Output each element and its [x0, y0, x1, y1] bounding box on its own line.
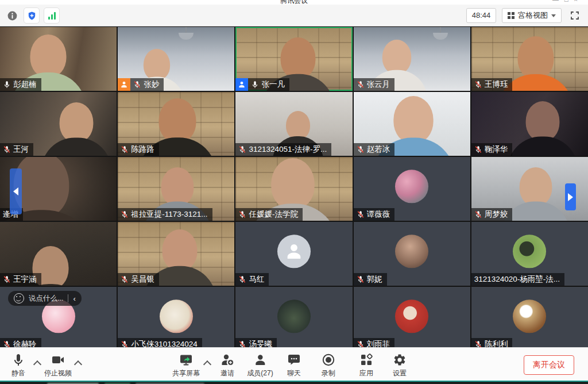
tile-tanweiwei[interactable]: 谭薇薇: [354, 157, 470, 221]
meeting-toolbar: 静音 停止视频 共享屏幕 邀请 成员(27) 聊天 录制: [0, 347, 588, 381]
security-button[interactable]: [24, 7, 40, 24]
record-button[interactable]: 录制: [322, 353, 335, 378]
tile-yangyukun[interactable]: 3121324020-杨雨堃-法...: [471, 222, 588, 286]
mic-muted-icon: [3, 145, 11, 153]
tile-3121324051[interactable]: 3121324051-法律-罗...: [235, 92, 352, 156]
share-screen-button[interactable]: 共享屏幕: [172, 353, 200, 378]
quick-chat-bar: 说点什么... ‹: [8, 291, 82, 306]
apps-button[interactable]: 应用: [359, 353, 373, 378]
window-titlebar: 腾讯会议 —□×: [0, 0, 588, 5]
invite-button[interactable]: 邀请: [220, 353, 234, 378]
top-control-bar: 48:44 宫格视图: [0, 5, 588, 26]
tile-pengchaonan[interactable]: 彭超楠: [0, 27, 117, 91]
arrow-left-icon: [13, 187, 18, 195]
mic-muted-icon: [357, 145, 365, 153]
participant-name: 3121324020-杨雨堃-法...: [474, 274, 560, 285]
fullscreen-button[interactable]: [567, 8, 582, 23]
participant-name: 王宇涵: [13, 274, 37, 285]
chat-icon: [287, 353, 301, 367]
mic-muted-icon: [121, 275, 129, 283]
tile-tangminxi[interactable]: 汤旻曦: [235, 287, 352, 351]
window-controls[interactable]: —□×: [552, 0, 583, 3]
tile-wuchangyin[interactable]: 吴昌银: [118, 222, 234, 286]
avatar: [160, 299, 193, 333]
share-options-caret[interactable]: [203, 360, 211, 368]
participant-video: [514, 101, 571, 156]
participant-name: 3121324051-法律-罗...: [249, 144, 327, 155]
camera-icon: [51, 353, 65, 367]
video-stage: 彭超楠 张妙 张一凡: [0, 26, 588, 384]
mic-on-icon: [3, 80, 11, 89]
participant-name: 鞠泽华: [485, 144, 508, 155]
chat-button[interactable]: 聊天: [287, 353, 301, 378]
tile-juzehua[interactable]: 鞠泽华: [471, 92, 588, 156]
tile-zhangyunyue[interactable]: 张云月: [354, 27, 470, 91]
tile-guoni[interactable]: 郭妮: [354, 222, 470, 286]
record-icon: [322, 353, 335, 367]
arrow-right-icon: [568, 193, 573, 201]
stop-video-button[interactable]: 停止视频: [44, 353, 72, 378]
mic-muted-icon: [238, 210, 246, 218]
grid-view-icon: [508, 12, 514, 19]
participant-name: 郭妮: [367, 274, 382, 285]
participant-name: 赵若冰: [367, 144, 390, 155]
info-icon: [7, 10, 18, 21]
mic-muted-icon: [474, 80, 482, 89]
tile-renyuanyuan[interactable]: 任媛媛-法学院: [235, 157, 352, 221]
tile-zhangmiao[interactable]: 张妙: [118, 27, 234, 91]
view-mode-label: 宫格视图: [518, 10, 548, 21]
participant-name: 任媛媛-法学院: [249, 209, 298, 220]
host-badge-icon: [118, 78, 130, 91]
mute-options-caret[interactable]: [33, 360, 41, 368]
ceiling-lamp: [433, 33, 448, 40]
avatar: [395, 170, 428, 203]
mic-muted-icon: [357, 210, 365, 218]
tile-zulayati[interactable]: 祖拉亚提-1173-3121...: [118, 157, 234, 221]
video-options-caret[interactable]: [74, 360, 82, 368]
apps-label: 应用: [359, 368, 373, 378]
mic-muted-icon: [357, 80, 365, 89]
tile-chenlili[interactable]: 陈利利: [471, 287, 588, 351]
microphone-icon: [11, 353, 25, 367]
collapse-chatbar-button[interactable]: ‹: [73, 294, 75, 303]
tile-wangbojue[interactable]: 王博珏: [471, 27, 588, 91]
tile-zhaoruobing[interactable]: 赵若冰: [354, 92, 470, 156]
gear-icon: [393, 353, 407, 367]
emoji-icon[interactable]: [14, 293, 24, 304]
participant-name: 祖拉亚提-1173-3121...: [131, 209, 207, 220]
tile-wangyuhan[interactable]: 王宇涵: [0, 222, 117, 286]
chat-label: 聊天: [287, 368, 301, 378]
previous-page-button[interactable]: [10, 168, 22, 214]
meeting-timer: 48:44: [466, 8, 496, 23]
members-button[interactable]: 成员(27): [247, 353, 273, 378]
participant-name: 马红: [249, 274, 264, 285]
network-quality-button[interactable]: [44, 7, 60, 24]
leave-meeting-button[interactable]: 离开会议: [524, 355, 574, 375]
participant-video: [509, 167, 563, 221]
mic-muted-icon: [474, 210, 482, 218]
mute-button[interactable]: 静音: [11, 353, 25, 378]
next-page-button[interactable]: [565, 183, 576, 210]
tile-xiaofeixia[interactable]: 小飞侠3101324024: [118, 287, 234, 351]
chevron-down-icon: [551, 14, 556, 17]
participant-name: 吴昌银: [131, 274, 154, 285]
tile-wanghe[interactable]: 王河: [0, 92, 117, 156]
tile-zhangyifan-active-speaker[interactable]: 张一凡: [235, 27, 352, 91]
tile-mahong[interactable]: 马红: [235, 222, 352, 286]
meeting-info-button[interactable]: [5, 8, 20, 23]
mic-muted-icon: [238, 145, 246, 153]
mic-muted-icon: [357, 275, 365, 283]
signal-bars-icon: [48, 11, 56, 20]
tile-liuyufei[interactable]: 刘雨菲: [354, 287, 470, 351]
mic-on-icon: [251, 80, 259, 89]
participant-name: 周梦姣: [485, 209, 508, 220]
view-mode-button[interactable]: 宫格视图: [502, 8, 562, 23]
divider: [68, 294, 68, 302]
mic-muted-icon: [121, 145, 129, 153]
avatar: [277, 235, 311, 268]
chat-input-placeholder[interactable]: 说点什么...: [29, 294, 63, 304]
mute-label: 静音: [11, 368, 25, 378]
mic-muted-icon: [133, 80, 141, 89]
settings-button[interactable]: 设置: [393, 353, 407, 378]
tile-chenlulu[interactable]: 陈路路: [118, 92, 234, 156]
